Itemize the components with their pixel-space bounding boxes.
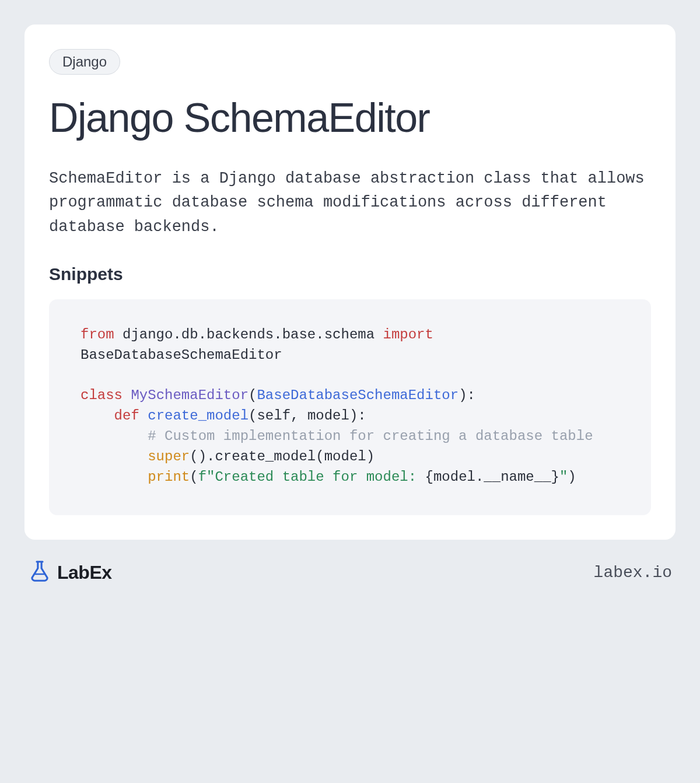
code-token (139, 408, 148, 424)
brand-logo[interactable]: LabEx (28, 560, 112, 585)
code-token (80, 408, 114, 424)
code-token: " (559, 469, 568, 485)
code-token: ( (190, 469, 198, 485)
code-token: ) (568, 469, 576, 485)
code-snippet: from django.db.backends.base.schema impo… (49, 299, 651, 515)
code-token: print (148, 469, 190, 485)
content-card: Django Django SchemaEditor SchemaEditor … (24, 25, 676, 540)
code-token (80, 449, 148, 464)
footer: LabEx labex.io (24, 560, 676, 585)
code-token (80, 428, 148, 444)
code-token: ().create_model(model) (190, 449, 374, 464)
code-token: django.db.backends.base.schema (114, 327, 383, 342)
brand-name: LabEx (57, 562, 112, 583)
code-token: BaseDatabaseSchemaEditor (257, 387, 459, 403)
page-root: Django Django SchemaEditor SchemaEditor … (0, 0, 700, 610)
code-token: # Custom implementation for creating a d… (148, 428, 593, 444)
code-token: super (148, 449, 190, 464)
code-token: MySchemaEditor (131, 387, 249, 403)
code-token: (self, model): (249, 408, 366, 424)
snippets-heading: Snippets (49, 264, 651, 284)
description-text: SchemaEditor is a Django database abstra… (49, 167, 651, 240)
topic-tag[interactable]: Django (49, 49, 120, 75)
code-token: import (383, 327, 433, 342)
code-token: create_model (148, 408, 249, 424)
code-token: class (80, 387, 123, 403)
code-token: from (80, 327, 114, 342)
code-token: def (114, 408, 139, 424)
site-url[interactable]: labex.io (594, 564, 672, 582)
code-token: ( (249, 387, 257, 403)
code-token (80, 469, 148, 485)
page-title: Django SchemaEditor (49, 97, 651, 140)
flask-icon (28, 560, 51, 585)
code-token: ): (459, 387, 475, 403)
code-token: f"Created table for model: (198, 469, 425, 485)
code-token (123, 387, 131, 403)
code-token: {model.__name__} (425, 469, 559, 485)
